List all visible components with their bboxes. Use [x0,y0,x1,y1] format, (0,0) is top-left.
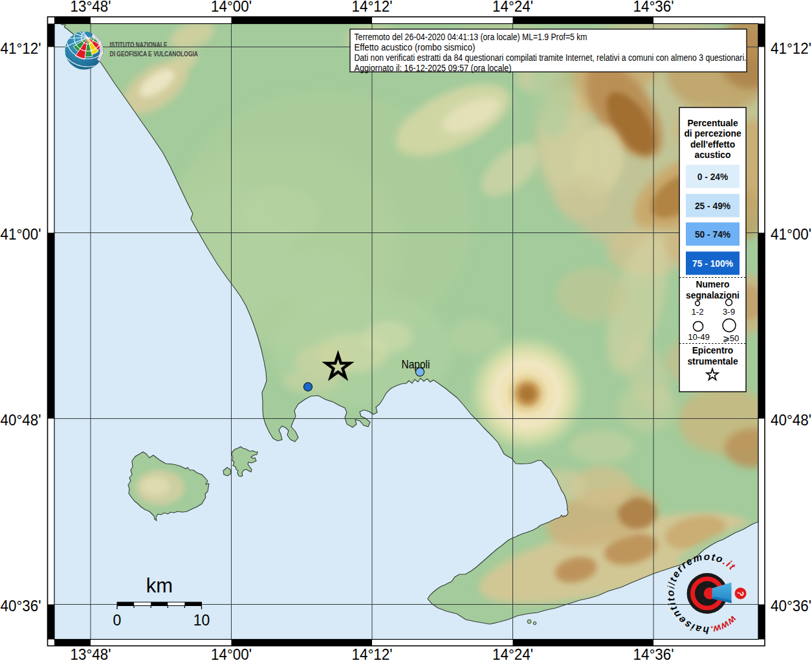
svg-text:Percentuale: Percentuale [687,118,738,128]
svg-text:1-2: 1-2 [691,307,703,317]
svg-text:Aggiornato il: 16-12-2025 09:5: Aggiornato il: 16-12-2025 09:57 (ora loc… [355,63,512,73]
svg-text:41°00': 41°00' [1,226,41,243]
svg-text:75 - 100%: 75 - 100% [692,259,733,269]
svg-text:Epicentro: Epicentro [692,346,734,355]
svg-text:0 - 24%: 0 - 24% [697,172,729,182]
svg-text:14°00': 14°00' [211,0,252,15]
svg-text:3-9: 3-9 [723,307,735,317]
svg-text:13°48': 13°48' [71,646,111,663]
svg-text:Numero: Numero [696,280,729,289]
svg-text:14°12': 14°12' [352,646,393,663]
svg-text:segnalazioni: segnalazioni [686,291,740,300]
svg-text:Dati non verificati estratti d: Dati non verificati estratti da 84 quest… [355,52,747,63]
svg-text:14°24': 14°24' [492,646,533,663]
svg-text:25 - 49%: 25 - 49% [695,201,730,211]
svg-text:14°00': 14°00' [211,646,252,663]
svg-text:dell'effetto: dell'effetto [690,140,735,150]
svg-text:0: 0 [113,612,122,629]
svg-text:10: 10 [193,612,210,629]
svg-text:50 - 74%: 50 - 74% [695,230,730,240]
svg-text:⩾50: ⩾50 [723,333,740,343]
svg-text:14°36': 14°36' [633,646,674,663]
svg-text:acustico: acustico [695,150,731,160]
svg-text:40°48': 40°48' [1,412,41,429]
svg-text:41°12': 41°12' [771,40,811,57]
svg-text:40°36': 40°36' [1,598,41,614]
svg-text:41°12': 41°12' [1,40,41,57]
svg-text:40°36': 40°36' [771,598,811,614]
svg-text:di percezione: di percezione [684,129,741,139]
svg-text:strumentale: strumentale [687,357,738,366]
svg-text:Napoli: Napoli [402,357,430,371]
svg-text:13°48': 13°48' [71,0,111,15]
svg-text:14°24': 14°24' [492,0,533,15]
svg-text:40°48': 40°48' [771,412,811,429]
svg-text:10-49: 10-49 [688,332,710,342]
svg-text:41°00': 41°00' [771,226,811,243]
svg-text:Terremoto del 26-04-2020 04:41: Terremoto del 26-04-2020 04:41:13 (ora l… [355,32,587,42]
svg-text:Effetto acustico (rombo sismic: Effetto acustico (rombo sismico) [355,42,476,52]
svg-text:ISTITUTO NAZIONALE: ISTITUTO NAZIONALE [110,41,168,49]
svg-text:DI GEOFISICA E VULCANOLOGIA: DI GEOFISICA E VULCANOLOGIA [110,50,199,58]
svg-text:14°36': 14°36' [633,0,674,15]
svg-text:km: km [146,574,173,597]
svg-text:14°12': 14°12' [352,0,393,15]
